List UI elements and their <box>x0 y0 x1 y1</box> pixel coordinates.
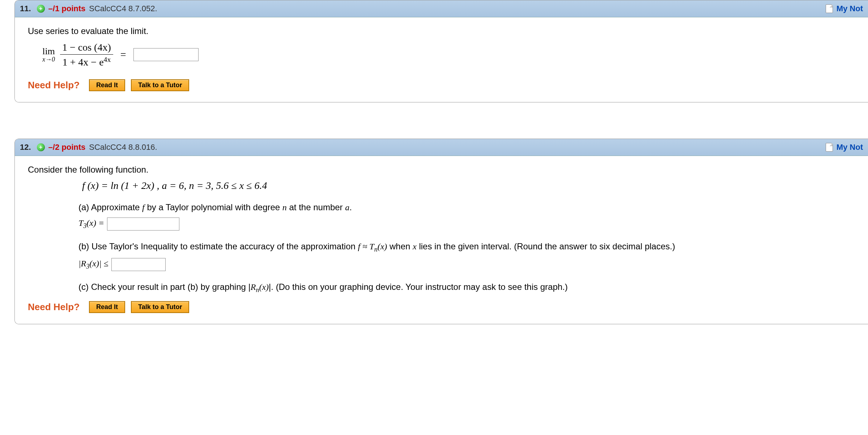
question-12: 12. + –/2 points SCalcCC4 8.8.016. My No… <box>14 139 868 325</box>
part-b: (b) Use Taylor's Inequality to estimate … <box>78 241 855 271</box>
need-help-label: Need Help? <box>28 301 80 313</box>
question-source: SCalcCC4 8.8.016. <box>89 143 157 152</box>
part-a: (a) Approximate f by a Taylor polynomial… <box>78 202 855 231</box>
r3-label: |R3(x)| ≤ <box>78 259 109 270</box>
need-help-label: Need Help? <box>28 80 80 91</box>
part-c: (c) Check your result in part (b) by gra… <box>78 282 855 294</box>
points-label: –/1 points <box>48 4 86 13</box>
talk-to-tutor-button[interactable]: Talk to a Tutor <box>131 301 189 313</box>
question-source: SCalcCC4 8.7.052. <box>89 4 157 13</box>
expand-icon[interactable]: + <box>37 5 45 13</box>
answer-input-q11[interactable] <box>133 48 199 61</box>
question-11: 11. + –/1 points SCalcCC4 8.7.052. My No… <box>14 0 868 102</box>
talk-to-tutor-button[interactable]: Talk to a Tutor <box>131 79 189 91</box>
question-body: Use series to evaluate the limit. lim x→… <box>15 17 868 102</box>
read-it-button[interactable]: Read It <box>89 301 125 313</box>
need-help-row: Need Help? Read It Talk to a Tutor <box>28 301 855 313</box>
answer-input-r3[interactable] <box>111 258 166 271</box>
question-header: 11. + –/1 points SCalcCC4 8.7.052. My No… <box>15 0 868 17</box>
denominator: 1 + 4x − e4x <box>63 55 111 68</box>
question-header: 12. + –/2 points SCalcCC4 8.8.016. My No… <box>15 139 868 156</box>
question-number: 12. <box>20 143 31 152</box>
need-help-row: Need Help? Read It Talk to a Tutor <box>28 79 855 91</box>
answer-input-t3[interactable] <box>107 218 179 231</box>
notes-icon[interactable] <box>826 143 833 152</box>
question-prompt: Use series to evaluate the limit. <box>28 26 855 36</box>
question-body: Consider the following function. f (x) =… <box>15 156 868 324</box>
t3-label: T3(x) = <box>78 218 104 230</box>
equals-sign: = <box>120 49 126 60</box>
my-notes-link[interactable]: My Not <box>837 143 863 152</box>
notes-icon[interactable] <box>826 4 833 13</box>
limit-expression: lim x→0 1 − cos (4x) 1 + 4x − e4x = <box>42 41 855 68</box>
fraction: 1 − cos (4x) 1 + 4x − e4x <box>60 41 113 68</box>
lim-symbol: lim x→0 <box>42 47 55 63</box>
question-prompt: Consider the following function. <box>28 165 855 175</box>
numerator: 1 − cos (4x) <box>60 41 113 55</box>
function-definition: f (x) = ln (1 + 2x) , a = 6, n = 3, 5.6 … <box>82 180 855 191</box>
expand-icon[interactable]: + <box>37 143 45 151</box>
question-number: 11. <box>20 4 31 13</box>
part-a-input-row: T3(x) = <box>78 218 855 231</box>
part-b-input-row: |R3(x)| ≤ <box>78 258 855 271</box>
my-notes-link[interactable]: My Not <box>837 4 863 13</box>
points-label: –/2 points <box>48 143 86 152</box>
read-it-button[interactable]: Read It <box>89 79 125 91</box>
